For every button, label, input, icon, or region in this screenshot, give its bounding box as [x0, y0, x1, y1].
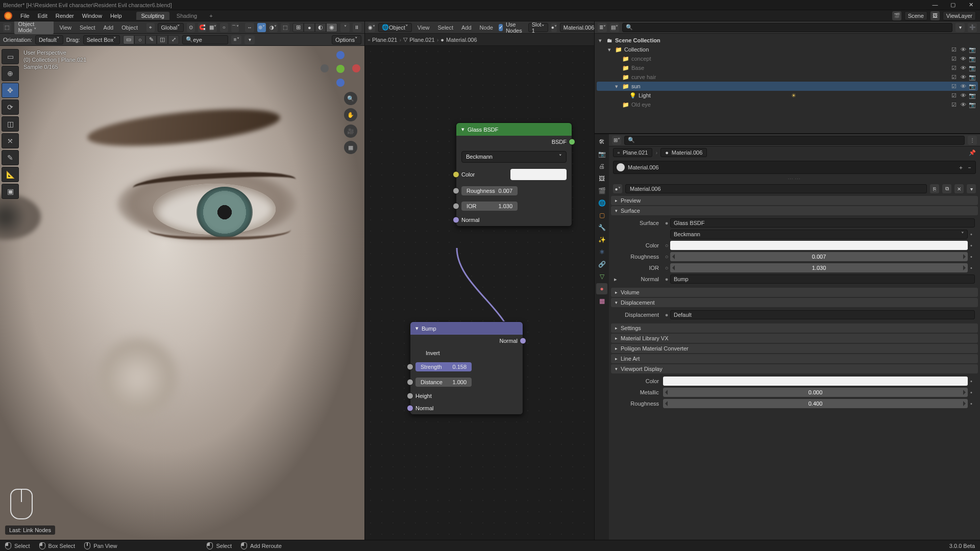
surface-shader-dropdown[interactable]: Glass BSDF: [670, 218, 975, 228]
mat-unlink-icon[interactable]: ✕: [954, 184, 964, 193]
panel-settings[interactable]: ▸Settings: [611, 323, 978, 333]
socket-strength-in[interactable]: [407, 364, 413, 370]
axis-y-icon[interactable]: [336, 65, 345, 73]
color-link-icon[interactable]: ○: [663, 242, 670, 248]
mat-dup-icon[interactable]: ⧉: [942, 184, 951, 193]
editor-type-node-icon[interactable]: ◉˅: [368, 23, 375, 32]
restrict-toggles[interactable]: ☑👁📷: [950, 102, 976, 108]
shading-solid-icon[interactable]: ●: [304, 23, 315, 32]
pause-render-icon[interactable]: ⏸: [353, 23, 361, 32]
seltool-tweak-icon[interactable]: ▭: [123, 35, 134, 44]
ptab-material-icon[interactable]: ●: [596, 283, 607, 294]
outliner[interactable]: ≣˅ ▤˅ 🔍 ▾ ➕ ▾🖿Scene Collection ▾📁Collect…: [595, 21, 980, 134]
pan-icon[interactable]: ✋: [344, 108, 357, 121]
panel-matlib[interactable]: ▸Material Library VX: [611, 334, 978, 343]
menu-window[interactable]: Window: [78, 13, 106, 19]
tab-add[interactable]: +: [204, 12, 217, 20]
panel-poliigon[interactable]: ▸Poliigon Material Converter: [611, 344, 978, 353]
last-operator[interactable]: Last: Link Nodes: [5, 525, 55, 535]
minimize-button[interactable]: —: [927, 2, 943, 8]
viewlayer-field[interactable]: ViewLayer: [943, 11, 976, 20]
tab-sculpting[interactable]: Sculpting: [136, 12, 169, 20]
viewport-canvas[interactable]: User Perspective (0) Collection | Plane.…: [0, 46, 364, 540]
use-nodes-checkbox[interactable]: ✓: [499, 24, 503, 31]
viewlayer-icon[interactable]: 🖼: [930, 11, 940, 20]
color-swatch[interactable]: [510, 169, 567, 180]
bc-mesh[interactable]: Plane.021: [409, 37, 435, 43]
ior-field[interactable]: IOR1.030: [461, 202, 518, 211]
falloff-icon[interactable]: ⌒˅: [231, 23, 239, 32]
tool-scale[interactable]: ◫: [2, 116, 19, 132]
restrict-toggles[interactable]: ☑👁📷: [950, 74, 976, 81]
distribution-dropdown[interactable]: Beckmann˅: [461, 151, 567, 163]
seltool-lasso-icon[interactable]: ✎: [145, 35, 157, 44]
props-options-icon[interactable]: ⋮: [968, 136, 977, 145]
ptab-tool-icon[interactable]: 🛠: [596, 136, 607, 147]
node-canvas[interactable]: ▾Glass BSDF BSDF Beckmann˅ Color Roughne…: [365, 46, 594, 540]
tool-move[interactable]: ✥: [2, 83, 19, 98]
chevron-down-icon[interactable]: ▾: [415, 325, 419, 332]
panel-volume[interactable]: ▸Volume: [611, 288, 978, 297]
outliner-item[interactable]: ▾📁sun☑👁📷: [597, 82, 978, 91]
panel-surface-header[interactable]: ▾Surface: [611, 206, 978, 215]
socket-normal-in[interactable]: [453, 217, 459, 223]
mat-new-icon[interactable]: ⎘: [930, 184, 939, 193]
restrict-toggles[interactable]: ☑👁📷: [950, 46, 976, 53]
node-glass-bsdf[interactable]: ▾Glass BSDF BSDF Beckmann˅ Color Roughne…: [456, 122, 572, 227]
ptab-data-icon[interactable]: ▽: [596, 271, 607, 282]
socket-distance-in[interactable]: [407, 379, 413, 386]
path-mat[interactable]: ● Material.006: [660, 148, 707, 157]
filter-b-icon[interactable]: ▾: [244, 35, 255, 44]
outliner-item[interactable]: ▾📁Collection☑👁📷: [597, 45, 978, 54]
outliner-filter-icon[interactable]: ▾: [955, 23, 965, 32]
restrict-toggles[interactable]: ☑👁📷: [950, 92, 976, 99]
filter-a-icon[interactable]: ≡˅: [231, 35, 241, 44]
roughness-field-p[interactable]: 0.007: [670, 252, 968, 261]
ptab-scene-icon[interactable]: 🎬: [596, 185, 607, 196]
persp-icon[interactable]: ▦: [344, 141, 357, 154]
tool-addcube[interactable]: ▣: [2, 184, 19, 199]
overlays-toggle[interactable]: ◑˅: [269, 23, 278, 32]
axis-x-icon[interactable]: [352, 64, 360, 72]
ne-menu-view[interactable]: View: [415, 24, 432, 31]
distribution-dropdown-p[interactable]: Beckmann˅: [670, 230, 968, 239]
seltool-circle-icon[interactable]: ○: [134, 35, 145, 44]
orientation-icon[interactable]: ⌖: [146, 23, 155, 32]
outliner-editor-icon[interactable]: ≣˅: [598, 23, 607, 32]
ne-menu-node[interactable]: Node: [477, 24, 496, 31]
axis-neg-icon[interactable]: [321, 64, 329, 72]
snap-type-icon[interactable]: ▦˅: [209, 23, 217, 32]
panel-preview[interactable]: ▸Preview: [611, 196, 978, 205]
shading-rendered-icon[interactable]: ◉: [326, 23, 337, 32]
viewport-3d[interactable]: ⬚ Object Mode ˅ View Select Add Object ⌖…: [0, 21, 365, 540]
restrict-toggles[interactable]: ☑👁📷: [950, 65, 976, 71]
ptab-texture-icon[interactable]: ▦: [596, 295, 607, 307]
tool-measure[interactable]: 📐: [2, 167, 19, 182]
tool-cursor[interactable]: ⊕: [2, 66, 19, 81]
maximize-button[interactable]: ▢: [945, 2, 961, 8]
options-popover[interactable]: Options ˅: [332, 35, 361, 44]
mode-dropdown[interactable]: Object Mode ˅: [14, 21, 54, 34]
search-field[interactable]: 🔍 eye: [182, 35, 228, 44]
menu-file[interactable]: File: [16, 13, 34, 19]
show-gizmo[interactable]: ⊕˅: [257, 23, 266, 32]
ior-link-icon[interactable]: ○: [663, 265, 670, 271]
outliner-search[interactable]: 🔍: [622, 23, 952, 32]
close-button[interactable]: ✕: [963, 2, 979, 8]
panel-viewport-header[interactable]: ▾Viewport Display: [611, 364, 978, 373]
axis-negz-icon[interactable]: [336, 79, 345, 87]
ptab-physics-icon[interactable]: ⚛: [596, 246, 607, 258]
socket-normal-out[interactable]: [520, 338, 526, 344]
xray-toggle[interactable]: ⬚: [281, 23, 289, 32]
vp-menu-object[interactable]: Object: [119, 24, 140, 31]
ptab-render-icon[interactable]: 📷: [596, 148, 607, 160]
socket-ior-in[interactable]: [453, 203, 459, 210]
panel-lineart[interactable]: ▸Line Art: [611, 354, 978, 363]
outliner-scene-collection[interactable]: ▾🖿Scene Collection: [597, 36, 978, 45]
outliner-item[interactable]: 📁Old eye☑👁📷: [597, 100, 978, 109]
strength-field[interactable]: Strength0.158: [415, 362, 472, 371]
seltool-more-icon[interactable]: ⤢: [168, 35, 179, 44]
outliner-item[interactable]: 📁Base☑👁📷: [597, 63, 978, 72]
orientation-dropdown[interactable]: Global ˅: [158, 23, 184, 32]
pivot-icon[interactable]: ⊙: [187, 23, 195, 32]
